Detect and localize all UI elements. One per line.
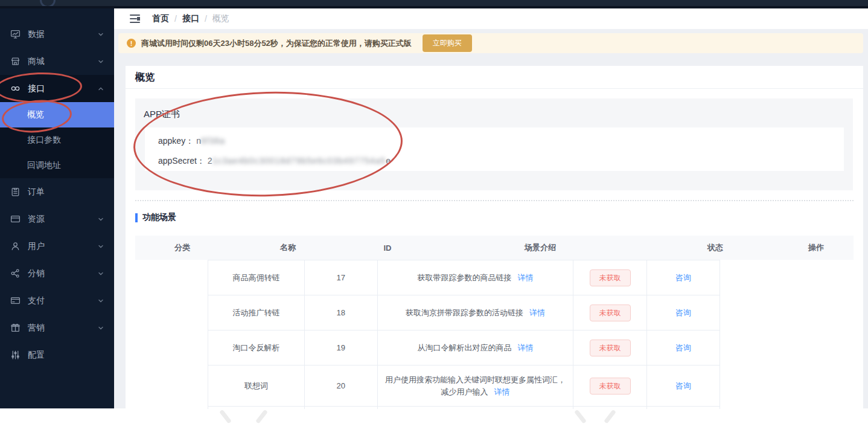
- sidebar-subitem-overview[interactable]: 概览: [0, 102, 114, 127]
- cell-id: 18: [305, 295, 378, 330]
- column-header-3: 场景介绍: [429, 242, 652, 253]
- sidebar-item-payment[interactable]: 支付: [0, 287, 114, 314]
- appsecret-value-redacted: 1c3ae4b0c30018d79b5e6c03b497754a5: [212, 156, 386, 166]
- cell-status: 未获取: [573, 295, 647, 330]
- sidebar-item-label: 资源: [28, 214, 45, 225]
- breadcrumb-bar: 首页/接口/概览: [114, 8, 868, 29]
- table-row: 联想词20用户使用搜索功能输入关键词时联想更多属性词汇，减少用户输入详情未获取咨…: [208, 366, 720, 407]
- order-icon: [10, 187, 21, 197]
- cell-status: 未获取: [573, 260, 647, 295]
- top-bar: [0, 0, 868, 8]
- cell-desc: 从淘口令解析出对应的商品详情: [378, 330, 574, 365]
- sidebar-item-config[interactable]: 配置: [0, 341, 114, 369]
- chevron-down-icon: [98, 31, 104, 37]
- scenarios-section-header: 功能场景: [135, 212, 176, 223]
- sidebar-item-orders[interactable]: 订单: [0, 178, 114, 205]
- sidebar-menu: 数据商城接口概览接口参数回调地址订单资源用户分销支付营销配置: [0, 8, 114, 369]
- cell-partial: [573, 407, 647, 409]
- sidebar-item-resources[interactable]: 资源: [0, 205, 114, 233]
- sidebar-item-mall[interactable]: 商城: [0, 48, 114, 75]
- cell-id: 19: [305, 330, 378, 365]
- chevron-down-icon: [98, 243, 104, 250]
- cell-name: 活动推广转链: [208, 295, 305, 330]
- detail-link[interactable]: 详情: [494, 387, 509, 396]
- consult-link[interactable]: 咨询: [675, 308, 691, 318]
- scenarios-table-body: 商品高佣转链17获取带跟踪参数的商品链接详情未获取咨询活动推广转链18获取淘京拼…: [208, 260, 720, 409]
- card-icon: [10, 295, 21, 306]
- breadcrumb-item-home[interactable]: 首页: [152, 13, 169, 24]
- table-row: 淘口令反解析19从淘口令解析出对应的商品详情未获取咨询: [208, 330, 720, 366]
- section-accent-bar: [135, 213, 138, 222]
- sidebar-item-distribution[interactable]: 分销: [0, 260, 114, 287]
- cell-action: 咨询: [647, 295, 720, 330]
- column-header-0: 分类: [135, 242, 229, 253]
- monitor-icon: [10, 29, 21, 39]
- sidebar-item-label: 分销: [28, 268, 45, 279]
- appkey-label: appkey：: [158, 136, 194, 146]
- consult-link[interactable]: 咨询: [675, 272, 691, 283]
- appsecret-row: appSecret：21c3ae4b0c30018d79b5e6c03b4977…: [145, 155, 844, 167]
- sidebar-subitem-callback-url[interactable]: 回调地址: [0, 153, 114, 178]
- cell-name: 淘口令反解析: [208, 330, 305, 365]
- cell-id: 20: [305, 366, 378, 406]
- cell-action: 咨询: [647, 260, 720, 295]
- status-badge: 未获取: [590, 378, 631, 395]
- chevron-down-icon: [98, 325, 104, 331]
- sidebar: 数据商城接口概览接口参数回调地址订单资源用户分销支付营销配置: [0, 8, 114, 408]
- cell-desc: 获取带跟踪参数的商品链接详情: [378, 260, 574, 295]
- consult-link[interactable]: 咨询: [675, 381, 691, 392]
- page-title: 概览: [126, 66, 863, 89]
- overview-card: 概览 APP证书 appkey：n6f38a appSecret：21c3ae4…: [126, 66, 863, 435]
- sidebar-subitem-api-params[interactable]: 接口参数: [0, 127, 114, 153]
- sidebar-item-label: 用户: [28, 241, 45, 252]
- sliders-icon: [10, 350, 21, 360]
- cell-desc: 用户使用搜索功能输入关键词时联想更多属性词汇，减少用户输入详情: [378, 366, 574, 406]
- cell-status: 未获取: [573, 366, 647, 406]
- sidebar-collapse-icon[interactable]: [130, 14, 140, 23]
- sidebar-item-users[interactable]: 用户: [0, 233, 114, 260]
- breadcrumb-item-api[interactable]: 接口: [182, 13, 199, 24]
- column-header-2: ID: [346, 243, 429, 253]
- app-cert-box: appkey：n6f38a appSecret：21c3ae4b0c30018d…: [145, 127, 844, 171]
- trial-warning-text: 商城试用时间仅剩06天23小时58分52秒，为保证您的正常使用，请购买正式版: [141, 38, 412, 49]
- appkey-value-redacted: 6f38a: [201, 136, 225, 146]
- sidebar-item-data[interactable]: 数据: [0, 21, 114, 48]
- cell-partial: [378, 407, 574, 409]
- sidebar-item-label: 数据: [28, 29, 45, 40]
- buy-now-button[interactable]: 立即购买: [423, 34, 472, 52]
- gift-icon: [10, 323, 21, 333]
- detail-link[interactable]: 详情: [517, 273, 533, 282]
- breadcrumb-item-overview: 概览: [212, 13, 229, 24]
- detail-link[interactable]: 详情: [529, 308, 545, 317]
- consult-link[interactable]: 咨询: [675, 343, 691, 353]
- column-header-1: 名称: [229, 242, 346, 253]
- breadcrumb: 首页/接口/概览: [152, 13, 229, 24]
- status-badge: 未获取: [590, 304, 631, 321]
- column-header-5: 操作: [779, 242, 854, 253]
- app-cert-panel: APP证书 appkey：n6f38a appSecret：21c3ae4b0c…: [135, 98, 853, 190]
- cell-status: 未获取: [573, 330, 647, 365]
- sidebar-item-marketing[interactable]: 营销: [0, 314, 114, 341]
- cell-name: 商品高佣转链: [208, 260, 305, 295]
- sidebar-item-label: 支付: [28, 295, 45, 306]
- warning-icon: !: [127, 39, 136, 48]
- column-header-4: 状态: [652, 242, 779, 253]
- chevron-down-icon: [98, 298, 104, 304]
- app-cert-title: APP证书: [135, 98, 853, 120]
- link-icon: [10, 83, 21, 94]
- chevron-down-icon: [98, 59, 104, 65]
- cell-partial: [647, 407, 720, 409]
- resource-icon: [10, 214, 21, 224]
- sidebar-item-api[interactable]: 接口: [0, 75, 114, 102]
- trial-warning-banner: ! 商城试用时间仅剩06天23小时58分52秒，为保证您的正常使用，请购买正式版…: [118, 33, 863, 53]
- detail-link[interactable]: 详情: [517, 343, 533, 352]
- sidebar-item-label: 商城: [28, 56, 45, 67]
- cell-desc: 获取淘京拼带跟踪参数的活动链接详情: [378, 295, 574, 330]
- sidebar-group-api: 接口概览接口参数回调地址: [0, 75, 114, 178]
- share-icon: [10, 268, 21, 279]
- cell-action: 咨询: [647, 366, 720, 406]
- appsecret-label: appSecret：: [158, 156, 205, 166]
- logo-icon: [40, 0, 56, 8]
- sidebar-item-label: 订单: [28, 187, 45, 198]
- breadcrumb-separator: /: [205, 14, 207, 24]
